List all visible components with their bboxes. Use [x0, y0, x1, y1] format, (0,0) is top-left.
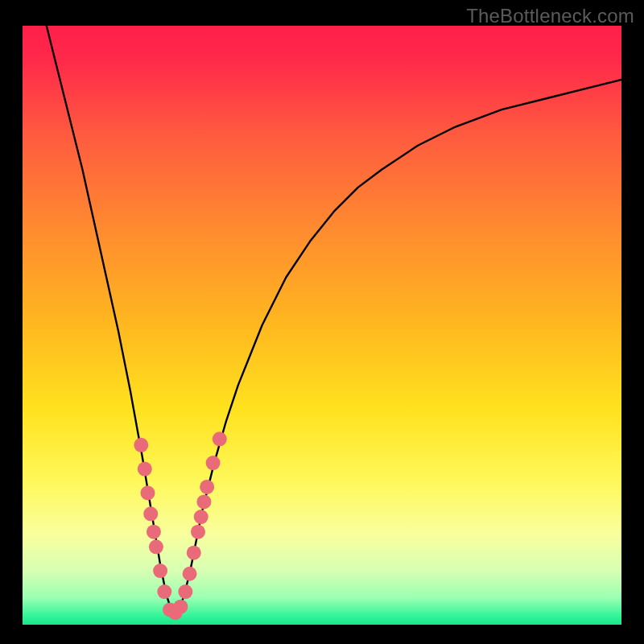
data-marker — [194, 510, 208, 524]
data-marker — [153, 564, 167, 578]
data-marker — [138, 462, 152, 477]
data-marker — [200, 480, 214, 494]
data-marker — [191, 525, 205, 539]
watermark-text: TheBottleneck.com — [466, 5, 634, 27]
data-marker — [178, 584, 192, 599]
bottleneck-chart — [23, 26, 621, 625]
data-marker — [213, 431, 227, 446]
data-marker — [147, 525, 161, 539]
chart-canvas — [23, 26, 621, 625]
gradient-background — [23, 26, 621, 625]
data-marker — [134, 438, 148, 452]
app-frame: TheBottleneck.com — [0, 0, 644, 644]
data-marker — [149, 539, 163, 554]
data-marker — [206, 456, 221, 470]
data-marker — [183, 567, 197, 581]
data-marker — [196, 494, 211, 509]
data-marker — [141, 485, 155, 500]
data-marker — [187, 546, 201, 560]
data-marker — [143, 506, 158, 521]
data-marker — [157, 584, 171, 599]
data-marker — [173, 600, 188, 614]
